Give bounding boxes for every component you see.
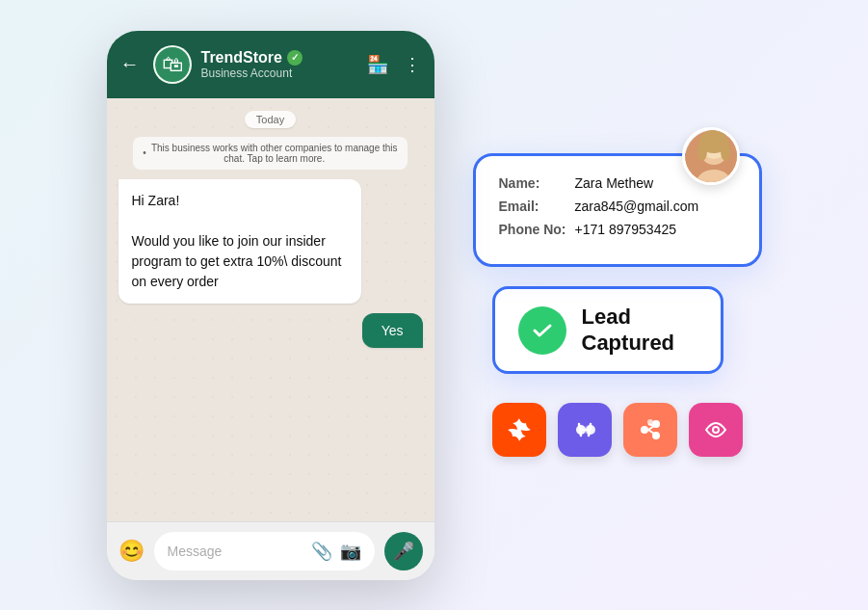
sent-bubble: Yes — [362, 313, 423, 348]
zapier-icon[interactable] — [492, 403, 546, 457]
business-info: TrendStore ✓ Business Account — [201, 49, 357, 80]
hubspot-icon[interactable] — [623, 403, 677, 457]
right-panel: Name: Zara Methew Email: zara845@gmail.c… — [473, 153, 762, 457]
mic-button[interactable]: 🎤 — [384, 532, 423, 570]
integrations-row — [473, 403, 762, 457]
shop-icon: 🛍 — [162, 52, 183, 77]
contact-email-row: Email: zara845@gmail.com — [499, 199, 736, 214]
business-avatar: 🛍 — [153, 45, 192, 84]
contact-phone-row: Phone No: +171 897953425 — [499, 222, 736, 237]
verified-badge: ✓ — [287, 50, 302, 66]
date-badge: Today — [118, 110, 423, 127]
svg-point-11 — [641, 426, 648, 434]
email-label: Email: — [499, 199, 571, 214]
store-icon[interactable]: 🏪 — [367, 54, 388, 75]
attach-icon[interactable]: 📎 — [311, 541, 332, 562]
lead-captured-badge: LeadCaptured — [492, 286, 723, 374]
message-placeholder: Message — [168, 544, 303, 559]
name-label: Name: — [499, 175, 571, 191]
input-bar: 😊 Message 📎 📷 🎤 — [107, 521, 434, 580]
check-icon — [518, 306, 566, 355]
svg-point-6 — [721, 142, 730, 161]
received-bubble: Hi Zara!Would you like to join our insid… — [118, 179, 362, 304]
received-message-text: Hi Zara!Would you like to join our insid… — [132, 193, 342, 289]
back-icon[interactable]: ← — [120, 53, 144, 75]
contact-card: Name: Zara Methew Email: zara845@gmail.c… — [473, 153, 762, 267]
message-input[interactable]: Message 📎 📷 — [154, 532, 375, 570]
sent-message-text: Yes — [381, 323, 404, 338]
chat-area: Today This business works with other com… — [107, 98, 434, 521]
mic-icon: 🎤 — [393, 541, 414, 562]
name-value: Zara Methew — [575, 175, 654, 191]
date-label: Today — [245, 111, 296, 128]
emoji-icon[interactable]: 😊 — [118, 539, 145, 564]
business-name-text: TrendStore — [201, 49, 282, 66]
system-message[interactable]: This business works with other companies… — [133, 137, 407, 170]
whatsapp-header: ← 🛍 TrendStore ✓ Business Account 🏪 ⋮ — [107, 31, 434, 98]
business-name: TrendStore ✓ — [201, 49, 357, 66]
contact-avatar — [682, 127, 740, 185]
email-value: zara845@gmail.com — [575, 199, 699, 214]
header-actions: 🏪 ⋮ — [367, 54, 421, 75]
lead-text: LeadCaptured — [582, 305, 675, 356]
camera-icon[interactable]: 📷 — [340, 541, 361, 562]
svg-point-5 — [697, 142, 707, 161]
make-icon[interactable] — [558, 403, 612, 457]
svg-point-18 — [714, 428, 718, 432]
business-subtitle: Business Account — [201, 66, 357, 80]
menu-icon[interactable]: ⋮ — [404, 54, 421, 75]
svg-line-16 — [648, 430, 654, 434]
phone-mockup: ← 🛍 TrendStore ✓ Business Account 🏪 ⋮ — [107, 31, 434, 580]
phone-value: +171 897953425 — [575, 222, 677, 237]
phone-label: Phone No: — [499, 222, 571, 237]
eye-icon[interactable] — [689, 403, 743, 457]
